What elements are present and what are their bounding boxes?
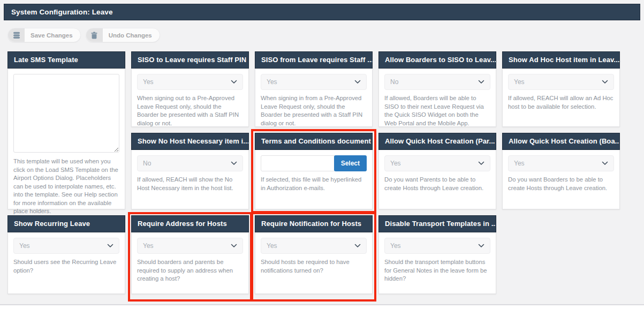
save-changes-button[interactable]: Save Changes [7, 28, 81, 42]
chevron-down-icon [478, 161, 484, 165]
siso-from-leave-pin-select[interactable]: Yes [261, 74, 367, 90]
card-title: Show Recurring Leave [7, 215, 125, 232]
late-sms-template-textarea[interactable] [13, 74, 119, 153]
chevron-down-icon [231, 161, 237, 165]
system-configuration-page: System Configuration: Leave Save Changes [0, 0, 644, 305]
chevron-down-icon [231, 80, 237, 84]
allow-boarders-siso-select[interactable]: No [384, 74, 490, 90]
chevron-down-icon [354, 80, 361, 84]
card-title: Require Notification for Hosts [255, 215, 373, 232]
card-description: When signing in from a Pre-Approved Leav… [261, 94, 367, 127]
database-stack-icon [8, 28, 25, 42]
chevron-down-icon [231, 244, 237, 248]
undo-changes-button[interactable]: Undo Changes [86, 28, 160, 42]
card-title: Show Ad Hoc Host item in Leav... [502, 51, 620, 69]
card-title: Require Address for Hosts [131, 215, 249, 232]
chevron-down-icon [354, 244, 361, 248]
card-title: SISO to Leave requires Staff PIN [131, 51, 249, 69]
show-adhoc-host-select[interactable]: Yes [508, 74, 614, 90]
card-title: Late SMS Template [7, 51, 125, 69]
card-allow-quick-host-creation-parents: Allow Quick Host Creation (Par... Yes Do… [378, 133, 496, 209]
card-description: When signing out to a Pre-Approved Leave… [137, 94, 243, 127]
card-terms-and-conditions-document: Terms and Conditions document Select If … [255, 133, 373, 209]
card-description: This template will be used when you clic… [13, 157, 119, 216]
card-title: Show No Host Necessary item i... [131, 133, 249, 150]
card-disable-transport-templates: Disable Transport Templates in ... Yes S… [378, 215, 496, 294]
show-no-host-necessary-select[interactable]: No [137, 155, 243, 171]
page-title: System Configuration: Leave [4, 4, 640, 20]
card-description: Do you want Boarders to be able to creat… [508, 176, 614, 192]
card-description: If allowed, REACH will allow an Ad Hoc h… [508, 94, 614, 111]
terms-document-input[interactable] [261, 155, 335, 171]
card-allow-boarders-siso-to-leave: Allow Boarders to SISO to Leav... No If … [378, 51, 496, 127]
settings-card-grid: Late SMS Template This template will be … [7, 51, 620, 294]
card-require-address-for-hosts: Require Address for Hosts Yes Should boa… [131, 215, 249, 294]
chevron-down-icon [602, 80, 608, 84]
card-description: Should hosts be required to have notific… [261, 258, 367, 275]
card-allow-quick-host-creation-boarders: Allow Quick Host Creation (Boa... Yes Do… [502, 133, 620, 209]
card-title: Terms and Conditions document [255, 133, 373, 150]
card-title: Disable Transport Templates in ... [378, 215, 496, 232]
siso-to-leave-pin-select[interactable]: Yes [137, 74, 243, 90]
card-title: Allow Quick Host Creation (Boa... [502, 133, 620, 150]
card-title: Allow Boarders to SISO to Leav... [378, 51, 496, 69]
card-description: Should the transport template buttons fo… [384, 258, 490, 283]
show-recurring-leave-select[interactable]: Yes [13, 238, 119, 254]
chevron-down-icon [602, 161, 608, 165]
quick-host-boarders-select[interactable]: Yes [508, 155, 614, 171]
require-notification-select[interactable]: Yes [261, 238, 367, 254]
undo-changes-label: Undo Changes [103, 32, 160, 39]
quick-host-parents-select[interactable]: Yes [384, 155, 490, 171]
save-changes-label: Save Changes [25, 32, 80, 39]
card-description: Do you want Parents to be able to create… [384, 176, 490, 192]
card-require-notification-for-hosts: Require Notification for Hosts Yes Shoul… [255, 215, 373, 294]
card-siso-from-leave-requires-staff-pin: SISO from Leave requires Staff ... Yes W… [255, 51, 373, 127]
trash-icon [86, 28, 103, 42]
card-siso-to-leave-requires-staff-pin: SISO to Leave requires Staff PIN Yes Whe… [131, 51, 249, 127]
card-show-ad-hoc-host-item: Show Ad Hoc Host item in Leav... Yes If … [502, 51, 620, 127]
chevron-down-icon [107, 244, 113, 248]
card-description: If allowed, Boarders will be able to SIS… [384, 94, 490, 127]
chevron-down-icon [478, 244, 484, 248]
card-title: Allow Quick Host Creation (Par... [378, 133, 496, 150]
card-show-no-host-necessary-item: Show No Host Necessary item i... No If a… [131, 133, 249, 209]
disable-transport-templates-select[interactable]: Yes [384, 238, 490, 254]
require-address-select[interactable]: Yes [137, 238, 243, 254]
card-description: If selected, this file will be hyperlink… [261, 176, 367, 192]
card-title: SISO from Leave requires Staff ... [255, 51, 373, 69]
chevron-down-icon [478, 80, 484, 84]
card-late-sms-template: Late SMS Template This template will be … [7, 51, 125, 209]
toolbar: Save Changes Undo Changes [7, 28, 160, 42]
card-description: If allowed, REACH will show the No Host … [137, 176, 243, 192]
terms-document-select-button[interactable]: Select [334, 155, 367, 171]
card-description: Should users see the Recurring Leave opt… [13, 258, 119, 275]
card-description: Should boarders and parents be required … [137, 258, 243, 283]
card-show-recurring-leave: Show Recurring Leave Yes Should users se… [7, 215, 125, 294]
